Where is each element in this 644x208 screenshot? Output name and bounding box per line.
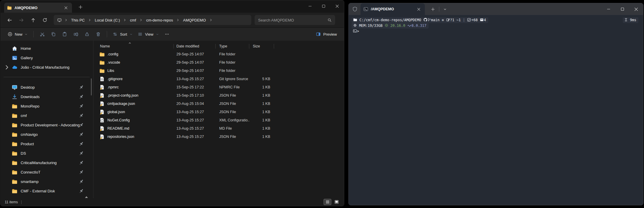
- details-view-button[interactable]: [324, 199, 331, 205]
- pin-icon: [78, 113, 84, 118]
- terminal-content[interactable]: C:/cmf/cm-demo-repos/AMQPDEMO main ≡ ?1 …: [349, 15, 643, 205]
- sidebar-item[interactable]: Product Development - Advocating & Evan: [1, 120, 93, 130]
- sidebar-item[interactable]: MonoRepo: [1, 101, 93, 111]
- terminal-new-tab-button[interactable]: [428, 5, 437, 14]
- explorer-tab[interactable]: AMQPDEMO: [4, 3, 72, 13]
- file-size: 1 KB: [249, 93, 274, 98]
- sidebar-item[interactable]: DS: [1, 148, 93, 158]
- minimize-button[interactable]: [303, 0, 317, 12]
- back-button[interactable]: [4, 15, 15, 25]
- view-button[interactable]: View: [135, 29, 161, 39]
- sidebar-item[interactable]: Desktop: [1, 82, 93, 92]
- forward-button[interactable]: [16, 15, 27, 25]
- column-header-type[interactable]: Type: [216, 42, 249, 50]
- file-date: 13-Aug-25 15:27: [174, 126, 216, 131]
- terminal-maximize-button[interactable]: [615, 3, 629, 15]
- more-options-button[interactable]: [161, 29, 173, 39]
- breadcrumb-item[interactable]: cmf: [129, 17, 137, 23]
- delete-button[interactable]: [93, 29, 104, 39]
- sidebar-scroll-arrow-icon[interactable]: [85, 196, 88, 198]
- folder-icon: [12, 113, 17, 118]
- sidebar-scrollbar-thumb[interactable]: [91, 78, 92, 95]
- file-row[interactable]: Libs29-Sep-25 14:07File folder: [94, 67, 344, 75]
- powershell-icon: [363, 7, 368, 11]
- file-row[interactable]: .config29-Sep-25 14:07File folder: [94, 50, 344, 58]
- sidebar-item[interactable]: cmNavigo: [1, 130, 93, 139]
- sidebar-item[interactable]: ConnectIoT: [1, 167, 93, 177]
- search-box[interactable]: Search AMQPDEMO: [255, 15, 335, 25]
- file-size: 1 KB: [249, 126, 274, 131]
- sidebar-item[interactable]: Downloads: [1, 92, 93, 101]
- folder-icon: [12, 160, 17, 166]
- preview-toggle[interactable]: Preview: [313, 29, 340, 39]
- sidebar-item[interactable]: CriticalManufacturing: [1, 158, 93, 167]
- sidebar-item[interactable]: CMF - External Disk: [1, 186, 93, 196]
- cut-button[interactable]: [37, 29, 48, 39]
- sidebar-item[interactable]: F:\: [1, 196, 93, 198]
- sidebar-item-label: cmf: [21, 113, 27, 118]
- file-row[interactable]: .project-config.json15-Sep-25 17:10JSON …: [94, 91, 344, 100]
- file-type: JSON File: [216, 102, 249, 106]
- file-type: MD File: [216, 126, 249, 131]
- file-row[interactable]: .npmrc15-Sep-25 17:22NPMRC File1 KB: [94, 83, 344, 91]
- home-icon: [12, 46, 17, 51]
- close-button[interactable]: [330, 0, 344, 12]
- sidebar-item[interactable]: Gallery: [1, 53, 93, 62]
- tab-close-button[interactable]: [63, 4, 69, 11]
- terminal-dropdown-button[interactable]: [441, 5, 449, 14]
- file-type: JSON File: [216, 110, 249, 114]
- terminal-tab[interactable]: /AMQPDEMO: [360, 3, 425, 15]
- breadcrumb-item[interactable]: This PC: [71, 17, 85, 23]
- rename-button[interactable]: [70, 29, 81, 39]
- breadcrumb-item[interactable]: cm-demo-repos: [145, 17, 173, 23]
- file-row[interactable]: repositories.json13-Aug-25 15:27JSON Fil…: [94, 133, 344, 141]
- text-file-icon: [99, 101, 105, 106]
- breadcrumb-item[interactable]: Local Disk (C:): [94, 17, 120, 23]
- thumbnail-view-button[interactable]: [333, 199, 340, 205]
- file-size: 1 KB: [249, 118, 274, 122]
- file-name: NuGet.Config: [107, 118, 130, 122]
- sidebar-item[interactable]: smartlamp: [1, 177, 93, 186]
- terminal-close-button[interactable]: [629, 3, 643, 15]
- chevron-right-icon: [140, 19, 142, 22]
- maximize-button[interactable]: [317, 0, 330, 12]
- share-button[interactable]: [81, 29, 93, 39]
- up-button[interactable]: [28, 15, 38, 25]
- text-file-icon: [99, 85, 105, 90]
- breadcrumb-item[interactable]: AMQPDEMO: [182, 17, 206, 23]
- refresh-button[interactable]: [40, 15, 50, 25]
- sidebar-item[interactable]: Product: [1, 139, 93, 148]
- paste-button[interactable]: [59, 29, 70, 39]
- file-row[interactable]: cmfpackage.json20-Aug-25 15:04JSON File1…: [94, 100, 344, 108]
- sidebar-item[interactable]: João - Critical Manufacturing: [1, 62, 93, 72]
- sidebar-item[interactable]: Home: [1, 44, 93, 53]
- column-header-size[interactable]: Size: [249, 42, 274, 50]
- toolbar-divider: [33, 31, 34, 37]
- explorer-tab-strip: AMQPDEMO: [1, 0, 344, 13]
- new-button[interactable]: New: [5, 29, 30, 39]
- preview-pane-icon: [316, 32, 321, 37]
- file-row[interactable]: .gitignore13-Aug-25 15:27Git Ignore Sour…: [94, 75, 344, 83]
- sort-button[interactable]: Sort: [110, 29, 135, 39]
- desktop: AMQPDEMO This PCLocal Disk (C:)cmfcm-dem…: [0, 0, 644, 208]
- new-tab-button[interactable]: [76, 3, 85, 11]
- file-row[interactable]: .vscode29-Sep-25 14:07File folder: [94, 58, 344, 67]
- file-size: 1 KB: [249, 85, 274, 89]
- address-bar[interactable]: This PCLocal Disk (C:)cmfcm-demo-reposAM…: [54, 15, 251, 25]
- terminal-tab-close-button[interactable]: [415, 6, 422, 12]
- copy-button[interactable]: [48, 29, 59, 39]
- expand-chevron-icon[interactable]: [4, 65, 10, 70]
- file-row[interactable]: NuGet.Config13-Aug-25 15:27XML Configura…: [94, 116, 344, 124]
- hourglass-icon: [624, 18, 628, 22]
- column-header-name[interactable]: Name: [99, 42, 174, 50]
- chevron-right-icon: [209, 19, 212, 22]
- new-button-label: New: [15, 32, 22, 37]
- terminal-minimize-button[interactable]: [602, 3, 615, 15]
- file-row[interactable]: global.json13-Aug-25 15:27JSON File1 KB: [94, 108, 344, 116]
- column-header-date[interactable]: Date modified: [174, 42, 216, 50]
- file-row[interactable]: README.md13-Aug-25 15:27MD File1 KB: [94, 124, 344, 133]
- sidebar-item[interactable]: cmf: [1, 111, 93, 120]
- sort-button-label: Sort: [120, 32, 127, 37]
- folder-icon: [353, 18, 357, 22]
- items-count: 11 items: [5, 200, 18, 204]
